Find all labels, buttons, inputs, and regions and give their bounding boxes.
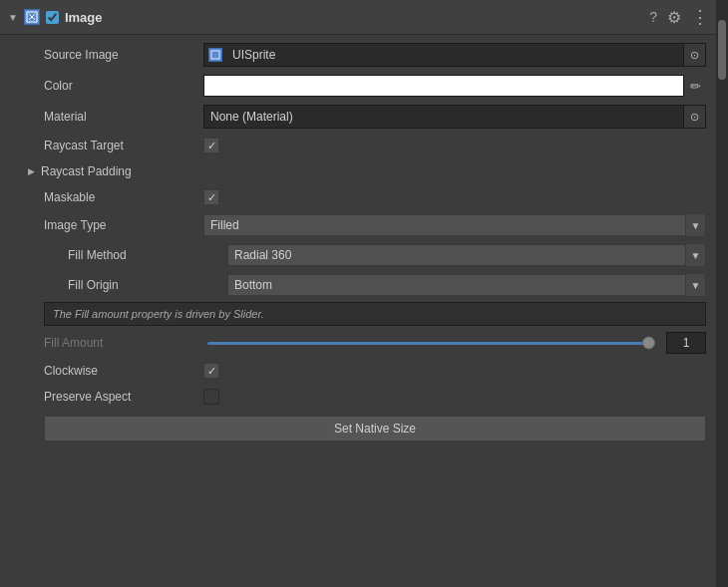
component-icon xyxy=(24,9,40,25)
material-select-btn[interactable]: ⊙ xyxy=(683,106,705,128)
set-native-size-button[interactable]: Set Native Size xyxy=(44,416,706,441)
fill-origin-value: Bottom ▼ xyxy=(227,274,706,296)
raycast-padding-row: ▶ Raycast Padding xyxy=(0,158,716,184)
fill-amount-slider-fill xyxy=(207,342,654,345)
material-label: Material xyxy=(44,110,203,124)
image-type-dropdown-value: Filled xyxy=(204,218,685,232)
image-type-label: Image Type xyxy=(44,218,203,232)
source-image-label: Source Image xyxy=(44,48,203,62)
color-value: ✏ xyxy=(203,75,706,97)
component-header: ▼ Image ? ⚙ ⋮ xyxy=(0,0,716,35)
color-row: Color ✏ xyxy=(0,71,716,101)
fill-method-dropdown-arrow: ▼ xyxy=(685,244,705,266)
source-image-select-btn[interactable]: ⊙ xyxy=(683,44,705,66)
clockwise-checkbox[interactable]: ✓ xyxy=(203,363,219,379)
svg-rect-4 xyxy=(210,50,220,60)
image-type-dropdown-arrow: ▼ xyxy=(685,214,705,236)
maskable-row: Maskable ✓ xyxy=(0,184,716,210)
component-title: Image xyxy=(65,10,643,25)
material-input[interactable] xyxy=(204,106,683,128)
menu-icon[interactable]: ⋮ xyxy=(691,6,708,28)
source-image-value: ⊙ xyxy=(203,43,706,67)
preserve-aspect-value xyxy=(203,389,706,405)
component-enabled-checkbox[interactable] xyxy=(46,11,59,24)
source-image-input[interactable] xyxy=(226,44,683,66)
eyedropper-btn[interactable]: ✏ xyxy=(684,75,706,97)
fill-method-value: Radial 360 ▼ xyxy=(227,244,706,266)
preserve-aspect-checkbox[interactable] xyxy=(203,389,219,405)
preserve-aspect-row: Preserve Aspect xyxy=(0,384,716,410)
fill-method-row: Fill Method Radial 360 ▼ xyxy=(0,240,716,270)
fill-amount-row: Fill Amount 1 xyxy=(0,328,716,358)
maskable-checkbox[interactable]: ✓ xyxy=(203,189,219,205)
image-type-row: Image Type Filled ▼ xyxy=(0,210,716,240)
scrollbar[interactable] xyxy=(716,0,728,587)
fill-origin-dropdown-value: Bottom xyxy=(228,278,685,292)
clockwise-label: Clockwise xyxy=(44,364,203,378)
fill-origin-dropdown[interactable]: Bottom ▼ xyxy=(227,274,706,296)
properties-area: Source Image ⊙ Color ✏ xyxy=(0,35,716,451)
info-box: The Fill amount property is driven by Sl… xyxy=(44,302,706,326)
fill-amount-slider-thumb[interactable] xyxy=(642,337,655,350)
fill-amount-label: Fill Amount xyxy=(44,336,203,350)
material-row: Material ⊙ xyxy=(0,101,716,133)
info-text: The Fill amount property is driven by Sl… xyxy=(53,308,264,320)
raycast-target-row: Raycast Target ✓ xyxy=(0,133,716,158)
fill-amount-value: 1 xyxy=(203,332,706,354)
color-label: Color xyxy=(44,79,203,93)
material-field[interactable]: ⊙ xyxy=(203,105,706,129)
clockwise-row: Clockwise ✓ xyxy=(0,358,716,384)
image-type-value: Filled ▼ xyxy=(203,214,706,236)
raycast-target-label: Raycast Target xyxy=(44,139,203,152)
source-image-field[interactable]: ⊙ xyxy=(203,43,706,67)
settings-icon[interactable]: ⚙ xyxy=(667,8,681,27)
help-icon[interactable]: ? xyxy=(649,9,657,25)
preserve-aspect-label: Preserve Aspect xyxy=(44,390,203,404)
source-image-row: Source Image ⊙ xyxy=(0,39,716,71)
fill-amount-slider-track[interactable] xyxy=(207,342,654,345)
fill-method-dropdown[interactable]: Radial 360 ▼ xyxy=(227,244,706,266)
image-type-dropdown[interactable]: Filled ▼ xyxy=(203,214,706,236)
raycast-target-value: ✓ xyxy=(203,138,706,153)
color-field[interactable] xyxy=(203,75,684,97)
fill-amount-slider-value[interactable]: 1 xyxy=(666,332,706,354)
fill-amount-slider-row: 1 xyxy=(203,332,706,354)
raycast-padding-arrow[interactable]: ▶ xyxy=(28,166,35,176)
material-value: ⊙ xyxy=(203,105,706,129)
header-actions: ? ⚙ ⋮ xyxy=(649,6,708,28)
fill-origin-row: Fill Origin Bottom ▼ xyxy=(0,270,716,300)
fill-origin-dropdown-arrow: ▼ xyxy=(685,274,705,296)
fill-origin-label: Fill Origin xyxy=(68,278,227,292)
maskable-value: ✓ xyxy=(203,189,706,205)
source-image-icon xyxy=(208,48,222,62)
raycast-target-checkbox[interactable]: ✓ xyxy=(203,138,219,153)
raycast-padding-label: Raycast Padding xyxy=(41,164,200,178)
collapse-arrow[interactable]: ▼ xyxy=(8,12,18,23)
fill-method-dropdown-value: Radial 360 xyxy=(228,248,685,262)
clockwise-value: ✓ xyxy=(203,363,706,379)
fill-method-label: Fill Method xyxy=(68,248,227,262)
maskable-label: Maskable xyxy=(44,190,203,204)
